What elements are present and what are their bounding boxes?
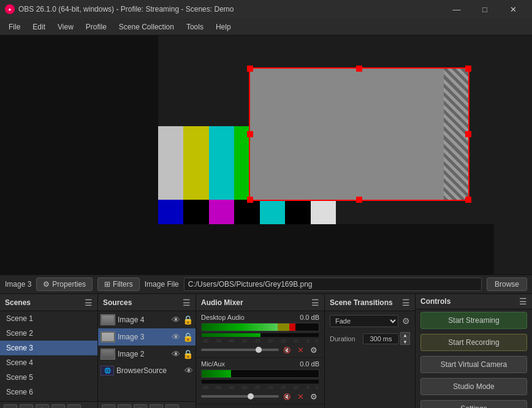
lock-icon-image4[interactable]: 🔒 — [183, 315, 193, 325]
mic-mono-button[interactable]: ✕ — [295, 391, 306, 401]
source-settings-button[interactable]: ⚙ — [134, 404, 147, 408]
title-bar-controls[interactable]: — □ ✕ — [443, 0, 527, 18]
move-source-down-button[interactable]: ▼ — [165, 404, 179, 408]
sources-controls: + − ⚙ ▲ ▼ — [98, 401, 196, 408]
source-item-image2[interactable]: Image 2 👁 🔒 — [98, 346, 196, 363]
add-scene-button[interactable]: + — [4, 404, 17, 408]
source-item-image3[interactable]: Image 3 👁 🔒 — [98, 328, 196, 346]
title-bar-left: ● OBS 26.1.0 (64-bit, windows) - Profile… — [5, 4, 234, 14]
controls-header: Controls ☰ — [416, 294, 532, 309]
window-title: OBS 26.1.0 (64-bit, windows) - Profile: … — [18, 5, 234, 13]
duration-control: 300 ms ▲ ▼ — [363, 332, 410, 345]
source-thumb-image4 — [101, 314, 115, 325]
mic-vu-meter — [201, 369, 319, 378]
scene-item-5[interactable]: Scene 5 — [0, 370, 97, 385]
menu-edit[interactable]: Edit — [26, 20, 51, 34]
eye-icon-image2[interactable]: 👁 — [172, 349, 180, 359]
desktop-audio-channel: Desktop Audio 0.0 dB -60-50-40-30-25-20-… — [196, 311, 324, 358]
menu-scene-collection[interactable]: Scene Collection — [113, 20, 180, 34]
close-button[interactable]: ✕ — [499, 0, 527, 18]
menu-file[interactable]: File — [2, 20, 26, 34]
scene-transitions-panel: Scene Transitions ☰ Fade Cut Slide Swipe… — [325, 294, 416, 408]
source-name-image4: Image 4 — [118, 315, 169, 324]
move-scene-down-button[interactable]: ▼ — [67, 404, 81, 408]
properties-button[interactable]: ⚙ Properties — [36, 278, 93, 291]
lock-icon-image3[interactable]: 🔒 — [183, 332, 193, 342]
desktop-meter-scale: -60-50-40-30-25-20-15-10-50 — [201, 339, 319, 343]
transitions-menu-icon[interactable]: ☰ — [402, 298, 410, 308]
mic-meter-fill — [202, 370, 231, 377]
audio-mixer-menu-icon[interactable]: ☰ — [311, 298, 319, 308]
start-recording-button[interactable]: Start Recording — [420, 334, 527, 351]
desktop-mono-button[interactable]: ✕ — [295, 345, 306, 355]
maximize-button[interactable]: □ — [471, 0, 499, 18]
filters-button[interactable]: ⊞ Filters — [97, 278, 140, 291]
mic-volume-slider[interactable] — [201, 395, 279, 398]
gear-icon: ⚙ — [43, 280, 50, 289]
move-source-up-button[interactable]: ▲ — [150, 404, 163, 408]
source-item-image4[interactable]: Image 4 👁 🔒 — [98, 311, 196, 328]
thumb-img-2 — [102, 350, 114, 358]
scene-settings-button[interactable]: ⚙ — [36, 404, 49, 408]
duration-up-button[interactable]: ▲ — [400, 332, 410, 338]
desktop-meter-yellow — [278, 323, 289, 331]
desktop-vu-meter2 — [201, 333, 319, 338]
start-virtual-camera-button[interactable]: Start Virtual Camera — [420, 356, 527, 373]
settings-button[interactable]: Settings — [420, 400, 527, 408]
start-streaming-button[interactable]: Start Streaming — [420, 312, 527, 329]
mic-meter-scale: -60-50-40-30-25-20-15-10-50 — [201, 385, 319, 390]
sources-menu-icon[interactable]: ☰ — [183, 298, 191, 308]
source-item-browser[interactable]: 🌐 BrowserSource 👁 — [98, 363, 196, 379]
eye-icon-image3[interactable]: 👁 — [172, 332, 180, 342]
duration-down-button[interactable]: ▼ — [400, 339, 410, 345]
source-name-image2: Image 2 — [118, 350, 169, 358]
add-source-button[interactable]: + — [102, 404, 115, 408]
eye-icon-image4[interactable]: 👁 — [172, 315, 180, 325]
mic-aux-top: Mic/Aux 0.0 dB — [201, 360, 319, 368]
desktop-audio-settings-button[interactable]: ⚙ — [308, 345, 319, 355]
sources-header: Sources ☰ — [98, 294, 196, 311]
menu-profile[interactable]: Profile — [80, 20, 113, 34]
preview-area — [0, 36, 532, 274]
browse-button[interactable]: Browse — [487, 278, 527, 291]
scene-list: Scene 1 Scene 2 Scene 3 Scene 4 Scene 5 … — [0, 311, 97, 401]
transition-select[interactable]: Fade Cut Slide Swipe — [330, 315, 398, 327]
duration-value[interactable]: 300 ms — [363, 333, 399, 344]
transitions-title: Scene Transitions — [330, 298, 393, 307]
move-scene-up-button[interactable]: ▲ — [51, 404, 65, 408]
transitions-header: Scene Transitions ☰ — [325, 294, 415, 311]
desktop-volume-slider[interactable] — [201, 349, 279, 351]
source-thumb-image3 — [101, 331, 115, 342]
source-bar: Image 3 ⚙ Properties ⊞ Filters Image Fil… — [0, 274, 532, 294]
studio-mode-button[interactable]: Studio Mode — [420, 378, 527, 395]
selected-source-label: Image 3 — [5, 280, 31, 289]
image-file-label: Image File — [145, 280, 179, 289]
scenes-header: Scenes ☰ — [0, 294, 97, 311]
minimize-button[interactable]: — — [443, 0, 471, 18]
menu-help[interactable]: Help — [210, 20, 237, 34]
scene-item-2[interactable]: Scene 2 — [0, 326, 97, 341]
scene-item-3[interactable]: Scene 3 — [0, 341, 97, 355]
transition-gear-icon[interactable]: ⚙ — [402, 316, 410, 326]
mic-aux-name: Mic/Aux — [201, 360, 225, 368]
scene-item-4[interactable]: Scene 4 — [0, 355, 97, 370]
eye-icon-browser[interactable]: 👁 — [184, 366, 193, 376]
mic-vu-meter2 — [201, 379, 319, 384]
sources-panel: Sources ☰ Image 4 👁 🔒 Image 3 👁 🔒 — [98, 294, 196, 408]
lock-icon-image2[interactable]: 🔒 — [183, 349, 193, 359]
controls-title: Controls — [420, 297, 450, 306]
remove-scene-button[interactable]: − — [20, 404, 33, 408]
controls-menu-icon[interactable]: ☰ — [519, 297, 527, 306]
scenes-menu-icon[interactable]: ☰ — [85, 298, 93, 308]
controls-panel: Controls ☰ Start Streaming Start Recordi… — [416, 294, 532, 408]
desktop-mute-button[interactable]: 🔇 — [281, 345, 292, 355]
remove-source-button[interactable]: − — [118, 404, 131, 408]
scene-item-6[interactable]: Scene 6 — [0, 385, 97, 399]
menu-view[interactable]: View — [51, 20, 80, 34]
thumb-img-4 — [102, 315, 114, 324]
scenes-panel: Scenes ☰ Scene 1 Scene 2 Scene 3 Scene 4… — [0, 294, 98, 408]
mic-mute-button[interactable]: 🔇 — [281, 391, 292, 401]
scene-item-1[interactable]: Scene 1 — [0, 311, 97, 326]
menu-tools[interactable]: Tools — [180, 20, 210, 34]
mic-audio-settings-button[interactable]: ⚙ — [308, 391, 319, 401]
